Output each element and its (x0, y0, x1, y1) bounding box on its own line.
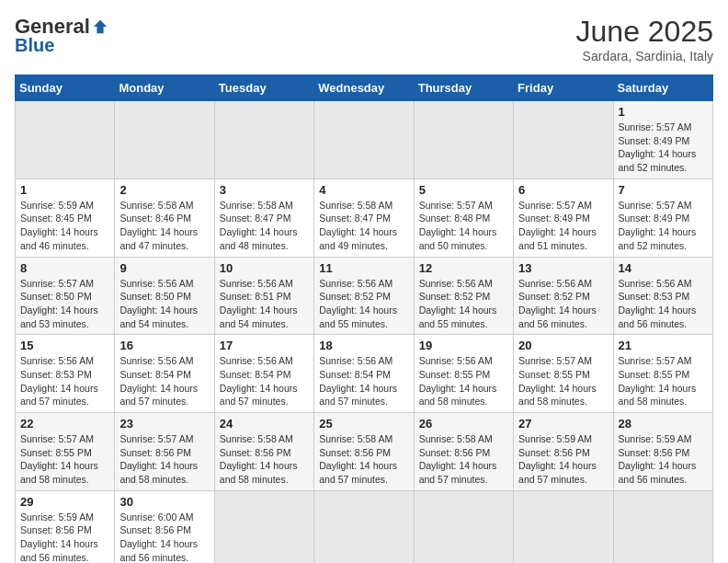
calendar-cell: 14Sunrise: 5:56 AMSunset: 8:53 PMDayligh… (613, 257, 712, 335)
day-number: 14 (619, 261, 708, 275)
calendar-cell: 19Sunrise: 5:56 AMSunset: 8:55 PMDayligh… (414, 335, 513, 413)
cell-info: Sunrise: 5:56 AMSunset: 8:50 PMDaylight:… (119, 277, 209, 331)
calendar-cell: 12Sunrise: 5:56 AMSunset: 8:52 PMDayligh… (414, 257, 513, 335)
calendar-cell (514, 490, 613, 563)
cell-info: Sunrise: 5:56 AMSunset: 8:52 PMDaylight:… (518, 277, 608, 331)
day-number: 27 (518, 417, 608, 431)
day-header-tuesday: Tuesday (214, 75, 313, 101)
day-header-thursday: Thursday (414, 75, 513, 101)
cell-info: Sunrise: 5:58 AMSunset: 8:47 PMDaylight:… (220, 199, 309, 253)
calendar-cell: 13Sunrise: 5:56 AMSunset: 8:52 PMDayligh… (514, 257, 613, 335)
day-number: 4 (319, 183, 408, 197)
cell-info: Sunrise: 5:57 AMSunset: 8:48 PMDaylight:… (419, 199, 508, 253)
calendar-cell: 1Sunrise: 5:57 AMSunset: 8:49 PMDaylight… (613, 101, 712, 179)
day-number: 10 (220, 261, 309, 275)
day-number: 11 (319, 261, 408, 275)
calendar-week-row: 1Sunrise: 5:57 AMSunset: 8:49 PMDaylight… (16, 101, 713, 179)
calendar-cell: 17Sunrise: 5:56 AMSunset: 8:54 PMDayligh… (214, 335, 313, 413)
cell-info: Sunrise: 5:57 AMSunset: 8:56 PMDaylight:… (119, 432, 209, 487)
calendar-cell: 28Sunrise: 5:59 AMSunset: 8:56 PMDayligh… (613, 413, 712, 491)
day-number: 5 (419, 183, 508, 197)
calendar-cell: 24Sunrise: 5:58 AMSunset: 8:56 PMDayligh… (214, 413, 313, 491)
calendar-cell: 2Sunrise: 5:58 AMSunset: 8:46 PMDaylight… (115, 178, 214, 257)
cell-info: Sunrise: 5:59 AMSunset: 8:45 PMDaylight:… (20, 199, 109, 253)
cell-info: Sunrise: 5:56 AMSunset: 8:55 PMDaylight:… (419, 354, 508, 408)
cell-info: Sunrise: 5:57 AMSunset: 8:49 PMDaylight:… (619, 121, 708, 175)
day-number: 17 (220, 339, 309, 352)
calendar-cell: 11Sunrise: 5:56 AMSunset: 8:52 PMDayligh… (314, 257, 414, 335)
cell-info: Sunrise: 5:57 AMSunset: 8:55 PMDaylight:… (20, 432, 109, 487)
title-block: June 2025 Sardara, Sardinia, Italy (576, 15, 713, 63)
day-number: 29 (20, 495, 109, 509)
calendar-cell (514, 101, 613, 179)
calendar-cell (414, 101, 513, 179)
page-header: General Blue June 2025 Sardara, Sardinia… (15, 15, 713, 63)
calendar-cell: 29Sunrise: 5:59 AMSunset: 8:56 PMDayligh… (16, 490, 115, 563)
calendar-cell: 16Sunrise: 5:56 AMSunset: 8:54 PMDayligh… (115, 335, 214, 413)
calendar-week-row: 22Sunrise: 5:57 AMSunset: 8:55 PMDayligh… (16, 413, 713, 491)
day-number: 1 (20, 183, 109, 197)
cell-info: Sunrise: 5:56 AMSunset: 8:52 PMDaylight:… (319, 277, 408, 331)
cell-info: Sunrise: 5:56 AMSunset: 8:54 PMDaylight:… (220, 354, 309, 408)
cell-info: Sunrise: 5:59 AMSunset: 8:56 PMDaylight:… (20, 511, 109, 563)
day-number: 24 (220, 417, 309, 431)
calendar-cell: 6Sunrise: 5:57 AMSunset: 8:49 PMDaylight… (514, 178, 613, 257)
calendar-cell (314, 101, 414, 179)
svg-marker-0 (94, 20, 107, 33)
calendar-cell: 30Sunrise: 6:00 AMSunset: 8:56 PMDayligh… (115, 490, 214, 563)
calendar-cell (214, 101, 313, 179)
calendar-table: SundayMondayTuesdayWednesdayThursdayFrid… (15, 75, 713, 563)
cell-info: Sunrise: 5:57 AMSunset: 8:55 PMDaylight:… (518, 354, 608, 408)
calendar-cell: 23Sunrise: 5:57 AMSunset: 8:56 PMDayligh… (115, 413, 214, 491)
day-number: 9 (119, 261, 209, 275)
day-header-wednesday: Wednesday (314, 75, 414, 101)
calendar-cell: 21Sunrise: 5:57 AMSunset: 8:55 PMDayligh… (613, 335, 712, 413)
day-number: 1 (619, 105, 708, 119)
calendar-cell: 5Sunrise: 5:57 AMSunset: 8:48 PMDaylight… (414, 178, 513, 257)
calendar-cell (16, 101, 115, 179)
cell-info: Sunrise: 5:58 AMSunset: 8:56 PMDaylight:… (419, 432, 508, 487)
calendar-cell: 27Sunrise: 5:59 AMSunset: 8:56 PMDayligh… (514, 413, 613, 491)
calendar-week-row: 15Sunrise: 5:56 AMSunset: 8:53 PMDayligh… (16, 335, 713, 413)
calendar-cell (314, 490, 414, 563)
cell-info: Sunrise: 5:56 AMSunset: 8:51 PMDaylight:… (220, 277, 309, 331)
day-number: 28 (619, 417, 708, 431)
day-number: 15 (20, 339, 109, 352)
cell-info: Sunrise: 5:58 AMSunset: 8:56 PMDaylight:… (220, 432, 309, 487)
calendar-cell: 4Sunrise: 5:58 AMSunset: 8:47 PMDaylight… (314, 178, 414, 257)
cell-info: Sunrise: 5:56 AMSunset: 8:52 PMDaylight:… (419, 277, 508, 331)
cell-info: Sunrise: 5:59 AMSunset: 8:56 PMDaylight:… (518, 432, 608, 487)
location: Sardara, Sardinia, Italy (576, 49, 713, 63)
calendar-header-row: SundayMondayTuesdayWednesdayThursdayFrid… (16, 75, 713, 101)
cell-info: Sunrise: 5:57 AMSunset: 8:50 PMDaylight:… (20, 277, 109, 331)
calendar-cell (613, 490, 712, 563)
day-number: 2 (119, 183, 209, 197)
calendar-cell: 26Sunrise: 5:58 AMSunset: 8:56 PMDayligh… (414, 413, 513, 491)
calendar-week-row: 8Sunrise: 5:57 AMSunset: 8:50 PMDaylight… (16, 257, 713, 335)
logo: General Blue (15, 15, 108, 56)
day-number: 21 (619, 339, 708, 352)
logo-blue-text: Blue (15, 35, 54, 56)
day-number: 7 (619, 183, 708, 197)
calendar-week-row: 29Sunrise: 5:59 AMSunset: 8:56 PMDayligh… (16, 490, 713, 563)
cell-info: Sunrise: 5:58 AMSunset: 8:56 PMDaylight:… (319, 432, 408, 487)
calendar-cell: 3Sunrise: 5:58 AMSunset: 8:47 PMDaylight… (214, 178, 313, 257)
calendar-cell (414, 490, 513, 563)
logo-icon (92, 18, 108, 35)
day-header-sunday: Sunday (16, 75, 115, 101)
calendar-week-row: 1Sunrise: 5:59 AMSunset: 8:45 PMDaylight… (16, 178, 713, 257)
cell-info: Sunrise: 6:00 AMSunset: 8:56 PMDaylight:… (119, 511, 209, 563)
day-number: 23 (119, 417, 209, 431)
day-number: 30 (119, 495, 209, 509)
calendar-cell: 9Sunrise: 5:56 AMSunset: 8:50 PMDaylight… (115, 257, 214, 335)
day-number: 25 (319, 417, 408, 431)
calendar-cell: 22Sunrise: 5:57 AMSunset: 8:55 PMDayligh… (16, 413, 115, 491)
calendar-cell: 20Sunrise: 5:57 AMSunset: 8:55 PMDayligh… (514, 335, 613, 413)
calendar-cell: 7Sunrise: 5:57 AMSunset: 8:49 PMDaylight… (613, 178, 712, 257)
cell-info: Sunrise: 5:57 AMSunset: 8:49 PMDaylight:… (619, 199, 708, 253)
day-number: 26 (419, 417, 508, 431)
cell-info: Sunrise: 5:57 AMSunset: 8:55 PMDaylight:… (619, 354, 708, 408)
cell-info: Sunrise: 5:58 AMSunset: 8:46 PMDaylight:… (119, 199, 209, 253)
calendar-body: 1Sunrise: 5:57 AMSunset: 8:49 PMDaylight… (16, 101, 713, 564)
day-number: 6 (518, 183, 608, 197)
